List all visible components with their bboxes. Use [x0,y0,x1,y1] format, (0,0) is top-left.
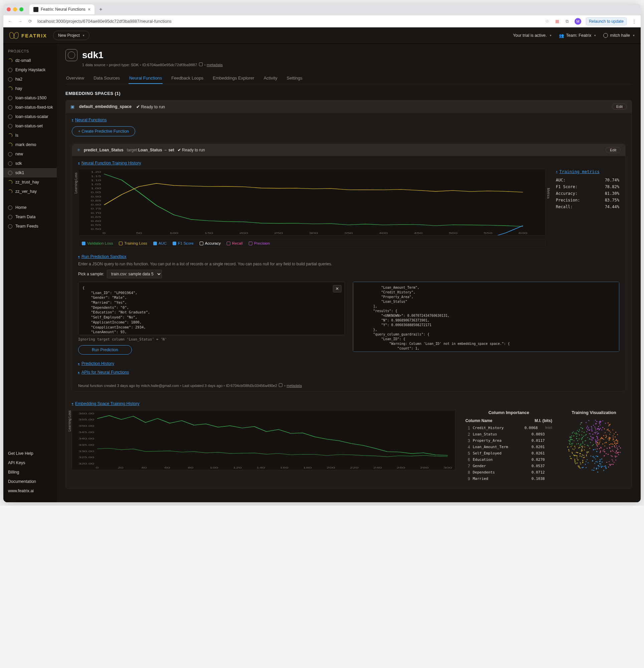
legend-item[interactable]: Training Loss [119,241,147,245]
project-tab[interactable]: Feedback Loops [171,73,204,84]
svg-text:0.55: 0.55 [91,224,101,227]
sidebar-project-item[interactable]: sdk1 [3,168,57,178]
edit-embedding-space-button[interactable]: Edit [612,104,627,110]
copy-id-icon[interactable] [199,62,203,66]
sidebar-project-item[interactable]: sdk [3,159,57,168]
app-topbar: FEATRIX New Project Your trial is active… [3,27,641,44]
nav-icon [8,206,12,210]
svg-text:0.50: 0.50 [91,228,101,231]
window-controls[interactable] [7,7,27,11]
project-tab[interactable]: Overview [65,73,85,84]
svg-text:1.15: 1.15 [91,175,101,178]
bookmark-icon[interactable]: ☆ [545,19,550,24]
svg-text:260: 260 [397,466,405,469]
menu-icon[interactable]: ⋮ [631,19,637,24]
svg-text:250: 250 [274,231,283,234]
project-tab[interactable]: Neural Functions [128,73,162,84]
create-predictive-function-button[interactable]: + Create Predictive Function [72,126,135,136]
brand-logo[interactable]: FEATRIX [9,32,47,39]
clear-input-button[interactable]: ✕ [333,285,342,292]
url-bar[interactable]: localhost:3000/projects/6704ae80e95dc72d… [37,19,540,24]
team-switcher[interactable]: 👥 Team: Featrix [559,33,596,38]
svg-text:1.10: 1.10 [91,179,101,181]
profile-avatar[interactable]: M [575,18,581,25]
project-tab[interactable]: Settings [286,73,303,84]
legend-item[interactable]: F1 Score [173,241,194,245]
sidebar-project-item[interactable]: Empty Haystack [3,65,57,75]
legend-item[interactable]: Accuracy [200,241,221,245]
column-importance-row: 2Loan_Status0.0093 [466,431,552,437]
project-tab[interactable]: Activity [263,73,278,84]
legend-item[interactable]: AUC [153,241,167,245]
browser-tab[interactable]: Featrix: Neural Functions × [29,4,94,14]
project-meta: 1 data source project type: SDK ID:6704a… [82,62,632,67]
trial-status[interactable]: Your trial is active. [513,33,551,38]
sidebar-project-item[interactable]: zz_trust_hay [3,178,57,187]
sidebar-bottom-link[interactable]: Get Live Help [3,449,57,458]
sidebar-project-item[interactable]: loan-status-fixed-tok [3,103,57,112]
prediction-history-toggle[interactable]: Prediction History [78,361,114,366]
forward-icon[interactable]: → [17,19,23,24]
nf-metadata-link[interactable]: metadata [286,384,302,388]
metadata-link[interactable]: metadata [207,63,223,67]
training-history-toggle[interactable]: Neural Function Training History [78,161,141,165]
project-tab[interactable]: Data Sources [93,73,121,84]
sidebar-bottom-link[interactable]: Documentation [3,477,57,486]
sidebar-bottom-link[interactable]: API Keys [3,458,57,468]
cube-icon: ▣ [70,104,75,109]
sidebar-project-item[interactable]: loan-status-scalar [3,112,57,121]
svg-text:1.00: 1.00 [91,187,101,190]
reload-icon[interactable]: ⟳ [27,19,33,24]
sidebar-nav-item[interactable]: Team Feeds [3,222,57,231]
sidebar-project-item[interactable]: loan-status-set [3,121,57,131]
svg-text:0: 0 [103,231,106,234]
svg-text:340.00: 340.00 [78,437,94,440]
sidebar-nav-item[interactable]: Team Data [3,212,57,222]
training-metrics-toggle[interactable]: Training metrics [556,169,600,174]
sidebar-project-item[interactable]: zz_ver_hay [3,187,57,196]
legend-item[interactable]: Validation Loss [82,241,113,245]
svg-text:80: 80 [188,466,194,469]
tab-close-icon[interactable]: × [88,7,91,12]
sidebar-project-item[interactable]: mark demo [3,140,57,149]
sidebar-nav-item[interactable]: Home [3,203,57,212]
project-status-icon [8,189,12,194]
sidebar-project-item[interactable]: ls [3,131,57,140]
apis-toggle[interactable]: APIs for Neural Functions [78,370,129,375]
nf-ready-status: Ready to run [178,148,205,152]
sidebar-bottom-link[interactable]: www.featrix.ai [3,486,57,496]
nf-footer: Neural function created 3 days ago by mi… [72,380,625,391]
embedding-scatter[interactable] [566,417,622,474]
relaunch-button[interactable]: Relaunch to update [586,17,627,26]
new-project-button[interactable]: New Project [53,31,90,40]
input-json-box[interactable]: { "Loan_ID": "LP001964", "Gender": "Male… [78,282,345,335]
copy-nf-id-icon[interactable] [279,383,282,387]
es-history-toggle[interactable]: Embedding Space Training History [72,401,139,406]
svg-text:320.00: 320.00 [78,462,94,465]
user-menu[interactable]: mitch haile [603,33,635,38]
project-tab[interactable]: Embeddings Explorer [212,73,255,84]
sidebar-project-item[interactable]: hay [3,84,57,93]
edit-nf-button[interactable]: Edit [606,147,621,153]
sandbox-toggle[interactable]: Run Prediction Sandbox [78,254,127,259]
extensions-icon[interactable]: ⧉ [565,19,570,24]
input-warning: Ignoring target column 'Loan_Status' = '… [78,337,345,341]
sidebar-bottom-link[interactable]: Billing [3,468,57,477]
close-window-icon[interactable] [7,7,11,11]
maximize-window-icon[interactable] [19,7,23,11]
back-icon[interactable]: ← [7,19,13,24]
svg-text:100: 100 [210,466,218,469]
svg-text:60: 60 [164,466,170,469]
new-tab-icon[interactable]: + [97,6,104,12]
sidebar-project-item[interactable]: ha2 [3,75,57,84]
minimize-window-icon[interactable] [13,7,17,11]
sidebar-project-item[interactable]: loan-status-1500 [3,93,57,103]
legend-item[interactable]: Recall [227,241,243,245]
sample-select[interactable]: train.csv: sample data 5 [107,270,162,278]
extension-icon[interactable]: ▦ [554,19,560,24]
legend-item[interactable]: Precision [249,241,270,245]
sidebar-project-item[interactable]: new [3,149,57,159]
neural-functions-toggle[interactable]: Neural Functions [72,118,107,122]
run-prediction-button[interactable]: Run Prediction [78,345,132,354]
sidebar-project-item[interactable]: dz-small [3,56,57,65]
